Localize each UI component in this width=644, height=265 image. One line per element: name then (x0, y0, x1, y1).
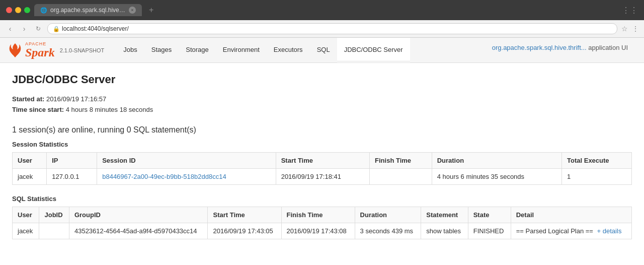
spark-logo: APACHE Spark 2.1.0-SNAPSHOT (8, 38, 112, 62)
url-secure-icon: 🔒 (53, 26, 60, 32)
time-since-label: Time since start: (12, 106, 66, 113)
session-total-execute: 1 (562, 168, 632, 184)
sql-finish-time: 2016/09/19 17:43:08 (281, 223, 355, 239)
col-total-execute: Total Execute (562, 152, 632, 168)
app-name-link[interactable]: org.apache.spark.sql.hive.thrift... (492, 44, 587, 51)
bookmark-button[interactable]: ☆ (621, 25, 628, 33)
sql-col-detail: Detail (511, 207, 631, 223)
spark-version: 2.1.0-SNAPSHOT (60, 47, 105, 53)
session-duration: 4 hours 6 minutes 35 seconds (432, 168, 561, 184)
window-menu-icon: ⋮⋮ (622, 6, 638, 15)
sql-col-finish-time: Finish Time (281, 207, 355, 223)
spark-label: Spark (25, 46, 55, 58)
session-finish-time (370, 168, 432, 184)
time-since-value: 4 hours 8 minutes 18 seconds (66, 106, 153, 113)
sql-user: jacek (13, 223, 39, 239)
col-session-id: Session ID (97, 152, 276, 168)
summary-text: 1 session(s) are online, running 0 SQL s… (12, 125, 632, 135)
menu-button[interactable]: ⋮ (632, 25, 639, 33)
started-at-line: Started at: 2016/09/19 17:16:57 (12, 94, 632, 105)
sql-detail-cell: == Parsed Logical Plan == + details (511, 223, 631, 239)
sql-col-duration: Duration (355, 207, 421, 223)
sql-table: User JobID GroupID Start Time Finish Tim… (12, 207, 632, 239)
sql-job-id (39, 223, 69, 239)
sql-state: FINISHED (468, 223, 511, 239)
sql-group-id: 43523612-4564-45ad-a9f4-d5970433cc14 (69, 223, 208, 239)
session-id-link[interactable]: b8446967-2a00-49ec-b9bb-518b2dd8cc14 (102, 173, 226, 180)
col-user: User (13, 152, 47, 168)
session-user: jacek (13, 168, 47, 184)
traffic-light-yellow[interactable] (15, 7, 21, 13)
traffic-light-red[interactable] (6, 7, 12, 13)
info-section: Started at: 2016/09/19 17:16:57 Time sin… (12, 94, 632, 115)
spark-nav: APACHE Spark 2.1.0-SNAPSHOT Jobs Stages … (0, 38, 644, 63)
session-start-time: 2016/09/19 17:18:41 (276, 168, 369, 184)
nav-item-environment[interactable]: Environment (216, 38, 267, 62)
nav-app-name: org.apache.spark.sql.hive.thrift... appl… (484, 38, 636, 62)
spark-flame-icon (8, 42, 22, 58)
sql-col-start-time: Start Time (208, 207, 281, 223)
started-at-label: Started at: (12, 95, 46, 103)
browser-chrome: 🌐 org.apache.spark.sql.hive.thr... × + ⋮… (0, 0, 644, 20)
browser-tab[interactable]: 🌐 org.apache.spark.sql.hive.thr... × (34, 4, 142, 16)
nav-item-sql[interactable]: SQL (310, 38, 337, 62)
sql-col-groupid: GroupID (69, 207, 208, 223)
session-table: User IP Session ID Start Time Finish Tim… (12, 152, 632, 185)
sql-duration: 3 seconds 439 ms (355, 223, 421, 239)
sql-col-statement: Statement (421, 207, 468, 223)
tab-close-button[interactable]: × (129, 7, 136, 14)
sql-detail-text: == Parsed Logical Plan == (516, 227, 593, 235)
app-suffix: application UI (587, 44, 628, 51)
table-row: jacek 43523612-4564-45ad-a9f4-d5970433cc… (13, 223, 632, 239)
traffic-light-green[interactable] (24, 7, 30, 13)
nav-item-jdbc[interactable]: JDBC/ODBC Server (337, 38, 410, 62)
nav-items: Jobs Stages Storage Environment Executor… (116, 38, 410, 62)
sql-stats-header: SQL Statistics (12, 195, 632, 203)
traffic-lights (6, 7, 30, 13)
session-table-body: jacek 127.0.0.1 b8446967-2a00-49ec-b9bb-… (13, 168, 632, 184)
spark-brand: APACHE Spark (25, 42, 55, 58)
sql-detail-link[interactable]: + details (597, 227, 622, 235)
main-content: JDBC/ODBC Server Started at: 2016/09/19 … (0, 63, 644, 259)
table-row: jacek 127.0.0.1 b8446967-2a00-49ec-b9bb-… (13, 168, 632, 184)
sql-col-state: State (468, 207, 511, 223)
session-stats-header: Session Statistics (12, 141, 632, 148)
browser-titlebar: 🌐 org.apache.spark.sql.hive.thr... × + ⋮… (6, 4, 638, 16)
nav-item-stages[interactable]: Stages (144, 38, 179, 62)
time-since-line: Time since start: 4 hours 8 minutes 18 s… (12, 105, 632, 115)
col-finish-time: Finish Time (370, 152, 432, 168)
forward-button[interactable]: › (19, 24, 29, 34)
back-button[interactable]: ‹ (5, 24, 15, 34)
sql-statement: show tables (421, 223, 468, 239)
nav-item-executors[interactable]: Executors (267, 38, 310, 62)
sql-table-head: User JobID GroupID Start Time Finish Tim… (13, 207, 632, 223)
col-ip: IP (47, 152, 97, 168)
sql-col-user: User (13, 207, 39, 223)
session-ip: 127.0.0.1 (47, 168, 97, 184)
nav-item-storage[interactable]: Storage (179, 38, 216, 62)
started-at-value: 2016/09/19 17:16:57 (46, 95, 106, 103)
url-text: localhost:4040/sqlserver/ (62, 25, 129, 32)
page-title: JDBC/ODBC Server (12, 73, 632, 86)
nav-item-jobs[interactable]: Jobs (116, 38, 144, 62)
session-table-head: User IP Session ID Start Time Finish Tim… (13, 152, 632, 168)
session-id-cell: b8446967-2a00-49ec-b9bb-518b2dd8cc14 (97, 168, 276, 184)
col-duration: Duration (432, 152, 561, 168)
sql-start-time: 2016/09/19 17:43:05 (208, 223, 281, 239)
browser-toolbar: ‹ › ↻ 🔒 localhost:4040/sqlserver/ ☆ ⋮ (0, 20, 644, 38)
url-bar[interactable]: 🔒 localhost:4040/sqlserver/ (47, 23, 617, 34)
tab-label: org.apache.spark.sql.hive.thr... (50, 7, 126, 14)
reload-button[interactable]: ↻ (33, 24, 43, 34)
sql-col-jobid: JobID (39, 207, 69, 223)
col-start-time: Start Time (276, 152, 369, 168)
sql-table-body: jacek 43523612-4564-45ad-a9f4-d5970433cc… (13, 223, 632, 239)
